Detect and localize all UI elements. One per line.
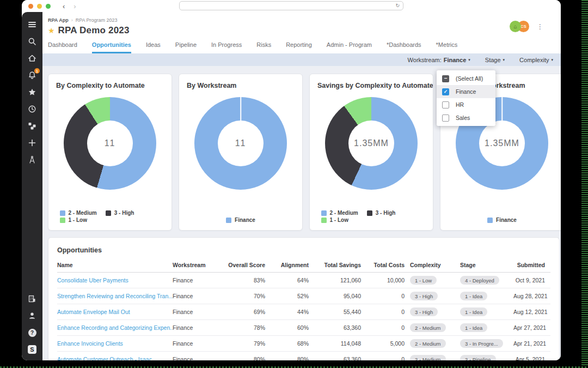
donut-hole: 1.35MM [348,120,394,166]
breadcrumb-rpa-program[interactable]: RPA Program 2023 [76,17,118,23]
column-header-complexity[interactable]: Complexity [410,262,460,268]
tab-admin-program[interactable]: Admin - Program [327,41,372,53]
help-icon[interactable]: ? [26,327,38,339]
table-body: Consolidate Uber PaymentsFinance83%64%12… [57,273,550,360]
reload-icon[interactable]: ↻ [395,3,400,8]
organization-icon[interactable] [26,293,38,305]
table-row[interactable]: Strengthen Reviewing and Reconciling Tra… [57,288,550,304]
tab-reporting[interactable]: Reporting [286,41,312,53]
column-header-stage[interactable]: Stage [460,262,513,268]
cell-total-costs: 5,000 [366,340,410,347]
menu-icon[interactable] [26,19,38,31]
notification-badge: 1 [34,68,40,74]
legend-label: Finance [235,217,255,223]
donut-center-value: 1.35MM [354,138,389,148]
home-icon[interactable] [26,52,38,64]
tab-in-progress[interactable]: In Progress [211,41,242,53]
filter-label: Complexity [519,57,549,63]
dropdown-item-label: Finance [456,88,476,95]
s-logo-icon[interactable]: S [26,343,38,355]
favorite-star-icon[interactable]: ★ [48,26,55,35]
zoom-window-icon[interactable] [46,4,51,9]
dropdown-item-sales[interactable]: Sales [437,111,495,124]
cell-name[interactable]: Enhance Recording and Categorizing Expen… [57,324,173,331]
chart-title: Savings by Complexity to Automate [310,74,433,89]
kebab-menu-icon[interactable]: ⋮ [537,26,542,28]
legend-item[interactable]: 3 - High [367,210,396,216]
dropdown-item-hr[interactable]: HR [437,98,495,111]
donut-hole: 1.35MM [479,120,525,166]
legend-item[interactable]: Finance [487,217,517,223]
legend-swatch [60,218,65,223]
back-icon[interactable]: ‹ [63,3,65,10]
tab-ideas[interactable]: Ideas [146,41,161,53]
column-header-name[interactable]: Name [57,262,173,268]
column-header-total-savings[interactable]: Total Savings [314,262,366,268]
add-icon[interactable] [26,137,38,149]
filter-stage[interactable]: Stage▾ [485,57,505,63]
cell-alignment: 52% [271,293,314,299]
cell-total-costs: 0 [366,293,410,299]
column-header-total-costs[interactable]: Total Costs [366,262,410,268]
program-avatar[interactable]: ⌂ [510,21,521,32]
cell-name[interactable]: Consolidate Uber Payments [57,277,173,283]
tab--dashboards[interactable]: *Dashboards [387,41,421,53]
cell-alignment: 44% [271,309,314,315]
compass-icon[interactable] [26,154,38,166]
favorites-icon[interactable] [26,86,38,98]
recent-icon[interactable] [26,103,38,115]
legend-item[interactable]: 2 - Medium [60,210,97,216]
checkbox-unchecked-icon[interactable] [442,101,449,108]
breadcrumb-rpa-app[interactable]: RPA App [48,17,69,23]
cell-overall-score: 83% [223,277,271,283]
cell-total-costs: 10,000 [366,277,410,283]
cell-stage: 3 - In Progre... [460,339,513,348]
dropdown-item-finance[interactable]: ✓Finance [437,85,495,98]
tab-risks[interactable]: Risks [256,41,271,53]
legend-item[interactable]: 3 - High [106,210,134,216]
legend-item[interactable]: Finance [226,217,255,223]
table-row[interactable]: Consolidate Uber PaymentsFinance83%64%12… [57,273,550,288]
table-row[interactable]: Enhance Invoicing ClientsFinance79%68%11… [57,336,550,352]
tab--metrics[interactable]: *Metrics [436,41,458,53]
legend-item[interactable]: 1 - Low [321,217,348,223]
cell-name[interactable]: Strengthen Reviewing and Reconciling Tra… [57,293,173,299]
column-header-overall-score[interactable]: Overall Score [223,262,271,268]
checkbox-indeterminate-icon[interactable]: – [442,75,449,82]
minimize-window-icon[interactable] [37,4,42,9]
workstream-filter-dropdown: –(Select All)✓FinanceHRSales [437,70,495,126]
cell-name[interactable]: Automate Customer Outreach - Isaac [57,356,173,360]
checkbox-checked-icon[interactable]: ✓ [442,88,449,95]
tab-opportunities[interactable]: Opportunities [92,41,131,53]
table-row[interactable]: Automate Customer Outreach - IsaacFinanc… [57,352,550,360]
hierarchy-icon[interactable] [26,120,38,132]
filter-complexity[interactable]: Complexity▾ [519,57,553,63]
forward-icon[interactable]: › [74,3,76,10]
chart-card-by-complexity-to-automate: By Complexity to Automate112 - Medium3 -… [48,74,172,231]
dropdown-item--select-all-[interactable]: –(Select All) [437,72,495,85]
notifications-icon[interactable]: 1 [26,69,38,81]
filter-workstream-[interactable]: Workstream:Finance▾ [408,57,470,63]
legend-item[interactable]: 1 - Low [60,217,87,223]
close-window-icon[interactable] [28,4,33,9]
tab-pipeline[interactable]: Pipeline [175,41,197,53]
chart-title: By Complexity to Automate [48,74,171,89]
cell-workstream: Finance [173,340,223,347]
column-header-alignment[interactable]: Alignment [271,262,314,268]
checkbox-unchecked-icon[interactable] [442,114,449,122]
cell-name[interactable]: Automate Envelope Mail Out [57,309,173,315]
table-row[interactable]: Automate Envelope Mail OutFinance69%44%5… [57,304,550,320]
cell-name[interactable]: Enhance Invoicing Clients [57,340,173,347]
url-bar[interactable]: ↻ [179,1,403,10]
status-pill: 1 - Idea [460,323,487,332]
legend-label: 1 - Low [69,217,87,223]
profile-icon[interactable] [26,310,38,322]
donut-center-value: 1.35MM [485,138,519,148]
tab-dashboard[interactable]: Dashboard [48,41,77,53]
column-header-submitted[interactable]: Submitted [513,262,550,268]
legend-item[interactable]: 2 - Medium [321,210,358,216]
search-icon[interactable] [26,35,38,47]
table-row[interactable]: Enhance Recording and Categorizing Expen… [57,320,550,336]
legend-label: 3 - High [114,210,134,216]
column-header-workstream[interactable]: Workstream [173,262,223,268]
